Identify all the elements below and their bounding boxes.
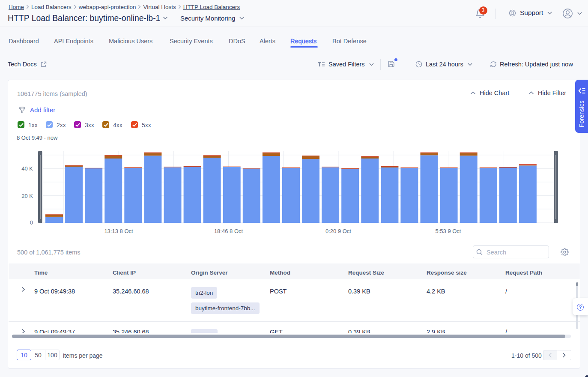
svg-text:0: 0 xyxy=(30,219,33,226)
svg-text:40 K: 40 K xyxy=(21,165,33,172)
svg-text:5:53 9 Oct: 5:53 9 Oct xyxy=(436,228,461,234)
svg-text:20 K: 20 K xyxy=(21,193,33,199)
svg-text:0:20 9 Oct: 0:20 9 Oct xyxy=(325,228,351,234)
svg-text:13:13 8 Oct: 13:13 8 Oct xyxy=(104,228,133,234)
svg-text:18:46 8 Oct: 18:46 8 Oct xyxy=(214,228,243,234)
